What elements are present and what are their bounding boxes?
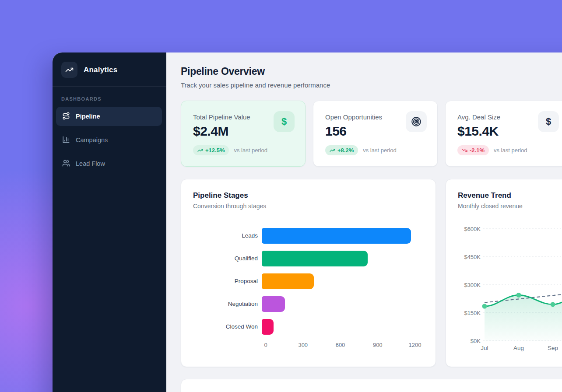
delta-badge: -2.1% <box>457 145 489 155</box>
app-window: Analytics DASHBOARDS Pipeline <box>53 52 562 392</box>
sidebar: Analytics DASHBOARDS Pipeline <box>53 52 166 392</box>
kpi-comparison: vs last period <box>234 147 267 154</box>
page-subtitle: Track your sales pipeline and revenue pe… <box>181 81 562 89</box>
brand: Analytics <box>53 52 166 87</box>
charts-row: Pipeline Stages Conversion through stage… <box>181 179 562 367</box>
bar-row: Proposal <box>193 273 424 289</box>
y-axis-label: $600K <box>464 226 481 232</box>
trending-down-icon <box>462 147 467 153</box>
pipeline-stages-bars: LeadsQualifiedProposalNegotiationClosed … <box>193 228 424 335</box>
target-icon <box>406 111 427 132</box>
data-point <box>482 304 487 309</box>
bar <box>262 251 368 266</box>
users-icon <box>62 159 70 168</box>
chart-subtitle: Monthly closed revenue <box>458 203 562 210</box>
revenue-trend-chart: $600K$450K$300K$150K$0K JulAugSep <box>458 220 562 357</box>
bar-track <box>262 296 411 312</box>
revenue-trend-card: Revenue Trend Monthly closed revenue $60… <box>446 179 562 367</box>
bar-label: Proposal <box>193 278 262 285</box>
kpi-card-open-opportunities: Open Opportunities 156 +8.2% <box>313 101 438 167</box>
sidebar-item-label: Lead Flow <box>76 160 105 167</box>
delta-value: -2.1% <box>470 147 485 154</box>
bar <box>262 296 285 312</box>
axis-tick: 1200 <box>409 342 422 348</box>
sidebar-item-campaigns[interactable]: Campaigns <box>56 130 162 150</box>
bar-label: Negotiation <box>193 301 262 308</box>
pipeline-stages-axis: 03006009001200 <box>266 342 415 350</box>
sidebar-item-label: Campaigns <box>76 136 108 144</box>
bar-track <box>262 319 411 335</box>
bar-row: Negotiation <box>193 296 424 312</box>
axis-tick: 600 <box>336 342 345 348</box>
axis-tick: 300 <box>298 342 308 348</box>
y-axis-label: $300K <box>464 282 481 288</box>
y-axis-label: $0K <box>471 338 481 344</box>
sidebar-nav: Pipeline Campaigns <box>53 107 166 173</box>
bar-row: Leads <box>193 228 424 244</box>
bar-label: Leads <box>193 232 262 239</box>
y-axis-label: $450K <box>464 254 481 260</box>
revenue-trend-svg: $600K$450K$300K$150K$0K JulAugSep <box>458 220 562 356</box>
bar-label: Closed Won <box>193 323 262 330</box>
trending-up-icon <box>330 147 335 153</box>
kpi-comparison: vs last period <box>363 147 397 154</box>
sidebar-item-lead-flow[interactable]: Lead Flow <box>56 154 162 173</box>
data-point <box>516 293 521 298</box>
bar <box>262 273 314 289</box>
kpi-card-total-pipeline-value: Total Pipeline Value $2.4M $ +12.5% vs l… <box>181 101 306 167</box>
kpi-row: Total Pipeline Value $2.4M $ +12.5% vs l… <box>181 101 562 167</box>
bar-row: Qualified <box>193 251 424 266</box>
sidebar-item-label: Pipeline <box>76 113 100 120</box>
data-point <box>551 302 555 307</box>
main-content: Pipeline Overview Track your sales pipel… <box>166 52 562 392</box>
sidebar-item-pipeline[interactable]: Pipeline <box>56 107 162 126</box>
delta-value: +8.2% <box>337 147 354 154</box>
delta-badge: +8.2% <box>325 145 358 155</box>
route-icon <box>62 112 70 121</box>
bar <box>262 228 411 244</box>
app-title: Analytics <box>84 66 117 74</box>
bar-row: Closed Won <box>193 319 424 335</box>
bar-chart-icon <box>62 136 70 145</box>
bar-track <box>262 228 411 244</box>
kpi-delta-row: -2.1% vs last period <box>457 145 558 155</box>
delta-value: +12.5% <box>205 147 225 154</box>
dollar-icon: $ <box>274 111 295 132</box>
bar-label: Qualified <box>193 255 262 262</box>
axis-tick: 900 <box>373 342 383 348</box>
x-axis-label: Jul <box>481 345 488 351</box>
desktop-background: Analytics DASHBOARDS Pipeline <box>0 0 562 392</box>
bottom-card-partial <box>181 379 562 392</box>
chart-subtitle: Conversion through stages <box>193 203 424 210</box>
chart-title: Pipeline Stages <box>193 191 424 200</box>
kpi-comparison: vs last period <box>494 147 527 154</box>
pipeline-stages-card: Pipeline Stages Conversion through stage… <box>181 179 436 367</box>
dollar-glyph: $ <box>546 116 551 127</box>
y-axis-label: $150K <box>464 310 481 316</box>
dollar-icon: $ <box>538 111 559 132</box>
bar <box>262 319 274 335</box>
kpi-delta-row: +8.2% vs last period <box>325 145 425 155</box>
bar-track <box>262 251 411 266</box>
x-axis-label: Aug <box>513 345 524 351</box>
trending-up-icon <box>61 62 77 78</box>
kpi-delta-row: +12.5% vs last period <box>193 145 293 155</box>
kpi-card-avg-deal-size: Avg. Deal Size $15.4K $ -2.1% vs last pe… <box>445 101 562 167</box>
chart-title: Revenue Trend <box>458 191 562 200</box>
sidebar-section-label: DASHBOARDS <box>61 96 158 102</box>
page-title: Pipeline Overview <box>181 66 562 77</box>
delta-badge: +12.5% <box>193 145 229 155</box>
bar-track <box>262 273 411 289</box>
dollar-glyph: $ <box>281 116 287 127</box>
trending-up-icon <box>197 147 203 153</box>
x-axis-label: Sep <box>548 345 558 351</box>
axis-tick: 0 <box>264 342 267 348</box>
